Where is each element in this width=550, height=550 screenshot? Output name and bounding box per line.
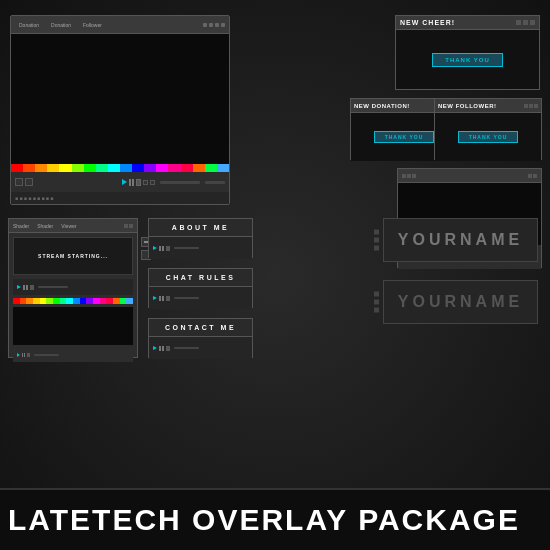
am-stop[interactable] [166,246,170,251]
sh-icon2 [129,224,133,228]
chat-rules-panel: CHAT RULES [148,268,253,308]
panel-header-dots [203,23,225,27]
about-me-panel: ABOUT ME [148,218,253,258]
large-panel-header: Donation Donation Follower [11,16,229,34]
contact-me-controls [149,337,252,359]
notif-follower-title: NEW FOLLOWER! [438,103,497,109]
video-header-left [402,174,416,178]
stream-tab1[interactable]: Shader [13,223,29,229]
vh-icon2 [407,174,411,178]
am-play[interactable] [153,246,157,250]
notif-cheer-panel: NEW CHEER! THANK YOU [395,15,540,90]
notif-follower-panel: NEW FOLLOWER! THANK YOU [434,98,542,160]
vh-icon3 [412,174,416,178]
notif-follower-header: NEW FOLLOWER! [435,99,541,113]
title-text: LATETECH OVERLAY PACKAGE [8,503,520,537]
notif-header-icons [516,20,535,25]
sd3 [374,246,379,251]
tab-donation1[interactable]: Donation [19,22,39,28]
notif-cheer-content: THANK YOU [396,30,539,89]
am-seek[interactable] [174,247,199,249]
cr-pause[interactable] [159,296,164,301]
tab-follower[interactable]: Follower [83,22,102,28]
ctrl-settings[interactable] [25,178,33,186]
sm-play[interactable] [17,353,20,357]
about-me-label: ABOUT ME [172,224,229,231]
sb2 [374,300,379,305]
dot2 [209,23,213,27]
cm-play[interactable] [153,346,157,350]
dot1 [203,23,207,27]
s-stop[interactable] [30,285,34,290]
info-row: ■ ■ ■ ■ ■ ■ ■ ■ ■ [11,192,229,204]
chat-rules-controls [149,287,252,309]
h-icon3 [530,20,535,25]
main-container: Donation Donation Follower [0,0,550,550]
fh-icon2 [529,104,533,108]
volume-bar[interactable] [205,181,225,184]
chat-rules-header: CHAT RULES [149,269,252,287]
s-play[interactable] [17,285,21,289]
sb1 [374,292,379,297]
prev-btn[interactable] [143,180,148,185]
thank-you-follower-btn[interactable]: THANK YOU [458,131,519,143]
stream-header-icons [124,224,133,228]
play-btn[interactable] [122,179,127,185]
stream-tabs: Shader Shader Viewer [13,223,76,229]
stream-tab2[interactable]: Shader [37,223,53,229]
dot3 [215,23,219,27]
pause-btn[interactable] [129,179,134,186]
main-screen [11,34,229,164]
sm-stop[interactable] [27,353,30,357]
sm-pause[interactable] [22,353,25,357]
cm-seek[interactable] [174,347,199,349]
side-dots-bottom [374,292,379,313]
thank-you-donation-btn[interactable]: THANK YOU [374,131,435,143]
about-me-header: ABOUT ME [149,219,252,237]
stream-starting-box: STREAM STARTING... [13,237,133,275]
stop-btn[interactable] [136,179,141,186]
side-dots-top [374,230,379,251]
dot4 [221,23,225,27]
sd1 [374,230,379,235]
seek-bar[interactable] [160,181,200,184]
s-pause[interactable] [23,285,28,290]
cr-seek[interactable] [174,297,199,299]
stream-tab3[interactable]: Viewer [61,223,76,229]
contact-me-label: CONTACT ME [165,324,236,331]
notif-follower-content: THANK YOU [435,113,541,161]
yourname-top-panel: YOURNAME [383,218,538,262]
sm-seek[interactable] [34,354,59,356]
next-btn[interactable] [150,180,155,185]
cr-play[interactable] [153,296,157,300]
stream-mini-controls [13,348,133,362]
fh-icon1 [524,104,528,108]
contact-me-header: CONTACT ME [149,319,252,337]
video-panel-header [398,169,541,183]
stream-color-strip [13,298,133,304]
cm-stop[interactable] [166,346,170,351]
contact-me-panel: CONTACT ME [148,318,253,358]
info-text: ■ ■ ■ ■ ■ ■ ■ ■ ■ [15,195,53,201]
h-icon2 [523,20,528,25]
tab-donation2[interactable]: Donation [51,22,71,28]
ctrl-search[interactable] [15,178,23,186]
stream-starting-text: STREAM STARTING... [38,253,108,259]
thank-you-cheer-btn[interactable]: THANK YOU [432,53,503,67]
cm-pause[interactable] [159,346,164,351]
main-controls [11,172,229,192]
cr-stop[interactable] [166,296,170,301]
vh-icon4 [528,174,532,178]
yourname-top-text: YOURNAME [398,231,523,249]
fh-icon3 [534,104,538,108]
vh-icon1 [402,174,406,178]
stream-controls [13,279,133,295]
follower-header-icons [524,104,538,108]
panel-tabs: Donation Donation Follower [15,16,106,33]
s-seek[interactable] [38,286,68,288]
sb3 [374,308,379,313]
video-header-right [528,174,537,178]
about-me-controls [149,237,252,259]
am-pause[interactable] [159,246,164,251]
notif-donation-title: NEW DONATION! [354,103,410,109]
